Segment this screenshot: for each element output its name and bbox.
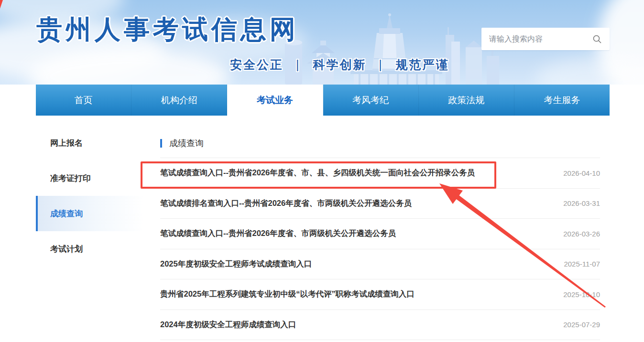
list-item-title[interactable]: 笔试成绩查询入口--贵州省2026年度省、市、县、乡四级机关统一面向社会公开招录… — [160, 168, 475, 178]
nav-item-home[interactable]: 首页 — [36, 85, 131, 116]
list-item[interactable]: 笔试成绩查询入口--贵州省2026年度省、市、县、乡四级机关统一面向社会公开招录… — [160, 158, 600, 189]
list-item-date: 2025-11-07 — [564, 260, 600, 268]
list-item[interactable]: 笔试成绩查询入口--贵州省2026年度省、市两级机关公开遴选公务员 2026-0… — [160, 219, 600, 249]
list-item-title[interactable]: 笔试成绩排名查询入口--贵州省2026年度省、市两级机关公开遴选公务员 — [160, 198, 412, 209]
slogan-part: 规范严谨 — [396, 58, 449, 71]
cityscape-illustration — [282, 13, 507, 85]
search-input[interactable] — [489, 35, 592, 43]
sidebar: 网上报名 准考证打印 成绩查询 考试计划 — [36, 125, 144, 267]
sidebar-item-online-registration[interactable]: 网上报名 — [36, 125, 144, 160]
banner: 贵州人事考试信息网 安全公正 | 科学创新 | 规范严谨 — [0, 0, 644, 85]
list-item-date: 2025-07-29 — [563, 321, 600, 329]
main-nav: 首页 机构介绍 考试业务 考风考纪 政策法规 考生服务 — [36, 85, 610, 116]
nav-item-exam-discipline[interactable]: 考风考纪 — [323, 85, 419, 116]
list-item-date: 2025-10-10 — [563, 290, 600, 299]
list-item-title[interactable]: 贵州省2025年工程系列建筑专业初中级“以考代评”职称考试成绩查询入口 — [160, 289, 415, 299]
list-item[interactable]: 贵州省2025年工程系列建筑专业初中级“以考代评”职称考试成绩查询入口 2025… — [160, 279, 600, 310]
score-query-list: 笔试成绩查询入口--贵州省2026年度省、市、县、乡四级机关统一面向社会公开招录… — [160, 158, 600, 340]
list-item-title[interactable]: 2024年度初级安全工程师成绩查询入口 — [160, 320, 296, 330]
cloud-decoration — [535, 57, 644, 85]
sidebar-item-admission-ticket[interactable]: 准考证打印 — [36, 160, 144, 196]
banner-slogan: 安全公正 | 科学创新 | 规范严谨 — [230, 57, 449, 73]
list-item[interactable]: 2025年度初级安全工程师考试成绩查询入口 2025-11-07 — [160, 249, 600, 280]
site-title: 贵州人事考试信息网 — [36, 12, 299, 47]
section-title-bar — [160, 139, 162, 148]
list-item-date: 2026-03-26 — [563, 230, 600, 238]
list-item[interactable]: 笔试成绩排名查询入口--贵州省2026年度省、市两级机关公开遴选公务员 2026… — [160, 189, 600, 219]
slogan-part: 安全公正 — [230, 58, 284, 71]
list-item[interactable]: 2024年度初级安全工程师成绩查询入口 2025-07-29 — [160, 310, 600, 341]
nav-item-policies[interactable]: 政策法规 — [419, 85, 514, 116]
list-item-date: 2026-03-31 — [563, 199, 600, 207]
search-icon[interactable] — [592, 34, 602, 44]
slogan-separator: | — [296, 58, 301, 71]
page: 贵州人事考试信息网 安全公正 | 科学创新 | 规范严谨 首页 机构介绍 考试业… — [0, 0, 644, 342]
sidebar-item-exam-plan[interactable]: 考试计划 — [36, 231, 144, 267]
sidebar-item-score-query[interactable]: 成绩查询 — [36, 196, 144, 231]
list-item-title[interactable]: 2025年度初级安全工程师考试成绩查询入口 — [160, 259, 312, 269]
section-header: 成绩查询 — [160, 138, 204, 149]
list-item-title[interactable]: 笔试成绩查询入口--贵州省2026年度省、市两级机关公开遴选公务员 — [160, 228, 396, 239]
nav-item-org-intro[interactable]: 机构介绍 — [131, 85, 227, 116]
search-box[interactable] — [481, 28, 610, 50]
section-title: 成绩查询 — [169, 138, 204, 149]
slogan-separator: | — [379, 58, 383, 71]
nav-item-candidate-services[interactable]: 考生服务 — [514, 85, 610, 116]
slogan-part: 科学创新 — [313, 58, 366, 71]
nav-item-exam-business[interactable]: 考试业务 — [227, 85, 323, 116]
list-item-date: 2026-04-10 — [563, 169, 600, 177]
